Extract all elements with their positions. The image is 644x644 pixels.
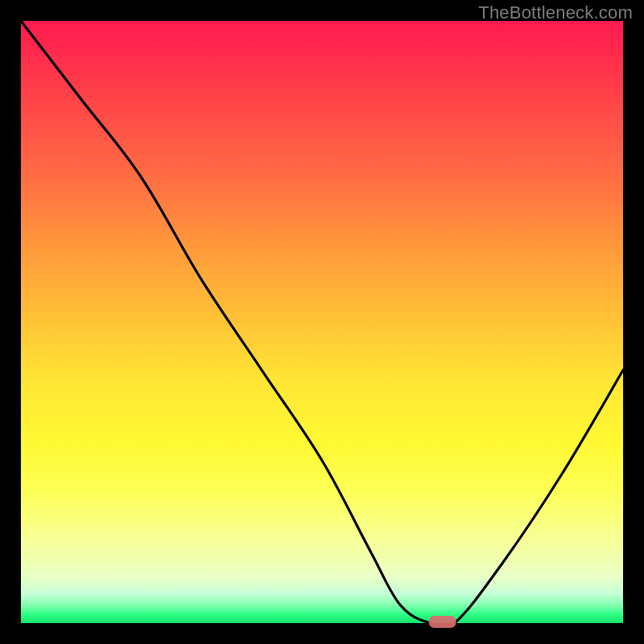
chart-frame: TheBottleneck.com xyxy=(0,0,644,644)
bottleneck-curve-path xyxy=(21,21,623,629)
watermark-text: TheBottleneck.com xyxy=(478,2,633,23)
bottleneck-curve-svg xyxy=(21,21,623,623)
plot-area xyxy=(21,21,623,623)
optimal-marker xyxy=(429,616,456,628)
